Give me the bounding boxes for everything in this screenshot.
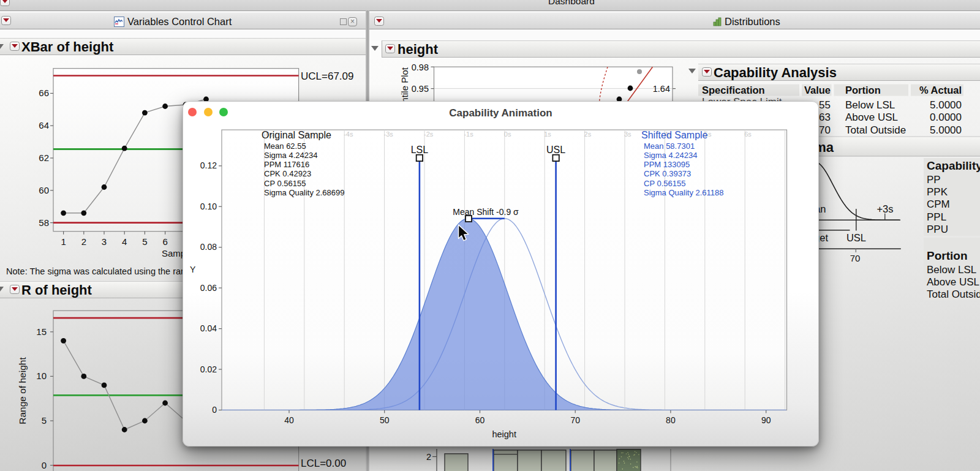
svg-text:Value: Value: [804, 85, 831, 96]
svg-text:62: 62: [39, 153, 49, 163]
svg-text:Capability: Capability: [927, 159, 980, 172]
svg-text:3s: 3s: [624, 130, 631, 138]
svg-text:Mean Shift -0.9 σ: Mean Shift -0.9 σ: [453, 207, 519, 217]
svg-text:CPM: CPM: [927, 198, 950, 210]
svg-text:Specification: Specification: [702, 85, 765, 96]
svg-text:5.0000: 5.0000: [930, 99, 962, 111]
svg-text:Note: The sigma was calculated: Note: The sigma was calculated using the…: [6, 266, 198, 276]
svg-text:+3s: +3s: [876, 203, 893, 214]
svg-text:0s: 0s: [504, 130, 511, 138]
svg-text:Original Sample: Original Sample: [262, 130, 331, 140]
svg-text:Above USL: Above USL: [927, 276, 979, 288]
svg-text:0.08: 0.08: [200, 242, 217, 252]
svg-text:Sigma Quality 2.68699: Sigma Quality 2.68699: [264, 188, 345, 197]
svg-text:50: 50: [380, 415, 390, 425]
svg-text:2s: 2s: [584, 130, 592, 138]
svg-text:CP 0.56155: CP 0.56155: [264, 179, 306, 188]
svg-text:Y: Y: [190, 265, 196, 274]
svg-text:58: 58: [39, 217, 49, 228]
svg-text:64: 64: [39, 120, 49, 130]
svg-text:5: 5: [42, 415, 47, 426]
svg-text:0: 0: [212, 405, 217, 415]
svg-text:PPK: PPK: [927, 186, 948, 198]
svg-text:0.02: 0.02: [200, 364, 217, 374]
svg-text:Total Outside: Total Outside: [927, 288, 980, 300]
svg-text:Below LSL: Below LSL: [927, 264, 976, 276]
svg-text:Portion: Portion: [927, 249, 968, 262]
svg-text:Sigma 4.24234: Sigma 4.24234: [264, 151, 317, 160]
svg-text:CPK 0.42923: CPK 0.42923: [264, 169, 311, 178]
svg-text:-1s: -1s: [464, 130, 473, 138]
svg-text:-2s: -2s: [424, 130, 434, 138]
svg-text:1: 1: [61, 236, 66, 247]
svg-text:80: 80: [666, 415, 676, 425]
svg-text:Mean 58.7301: Mean 58.7301: [644, 141, 695, 151]
svg-text:4: 4: [122, 236, 127, 247]
svg-text:UCL=67.09: UCL=67.09: [301, 70, 353, 82]
svg-text:CPK 0.39373: CPK 0.39373: [644, 169, 691, 178]
svg-text:PPL: PPL: [927, 211, 946, 223]
svg-text:10: 10: [36, 371, 47, 381]
svg-text:USL: USL: [546, 145, 565, 155]
svg-text:Total Outside: Total Outside: [845, 124, 906, 136]
svg-text:0.10: 0.10: [200, 202, 217, 211]
svg-text:6s: 6s: [744, 130, 752, 138]
svg-text:Below LSL: Below LSL: [845, 99, 895, 111]
svg-text:-4s: -4s: [344, 130, 353, 138]
svg-text:3: 3: [102, 236, 107, 247]
svg-text:0.06: 0.06: [200, 283, 217, 293]
svg-text:CP 0.56155: CP 0.56155: [644, 179, 685, 188]
svg-text:60: 60: [39, 185, 49, 195]
svg-text:66: 66: [39, 88, 49, 98]
svg-text:0.04: 0.04: [200, 323, 217, 333]
svg-text:1s: 1s: [544, 130, 551, 138]
svg-text:15: 15: [36, 326, 47, 337]
svg-text:70: 70: [850, 253, 861, 263]
svg-text:Portion: Portion: [845, 85, 881, 96]
svg-text:PP: PP: [927, 174, 941, 186]
svg-text:Sigma 4.24234: Sigma 4.24234: [644, 151, 697, 160]
svg-text:6: 6: [162, 236, 167, 247]
svg-text:Shifted Sample: Shifted Sample: [641, 130, 708, 140]
svg-text:0.12: 0.12: [200, 160, 217, 170]
svg-text:LSL: LSL: [411, 145, 429, 155]
svg-text:70: 70: [819, 124, 831, 136]
svg-text:70: 70: [570, 415, 580, 425]
svg-text:0.95: 0.95: [412, 84, 429, 94]
svg-text:5: 5: [142, 236, 147, 247]
svg-text:2: 2: [81, 236, 86, 247]
svg-text:2: 2: [426, 452, 431, 462]
svg-text:height: height: [492, 429, 516, 439]
svg-text:LCL=0.00: LCL=0.00: [301, 458, 346, 469]
svg-text:40: 40: [284, 415, 294, 425]
svg-text:5.0000: 5.0000: [930, 124, 962, 136]
svg-text:55: 55: [819, 99, 831, 111]
svg-text:USL: USL: [846, 232, 866, 243]
svg-text:Mean 62.55: Mean 62.55: [264, 141, 306, 151]
svg-text:63: 63: [819, 111, 831, 123]
svg-text:0: 0: [42, 460, 47, 470]
svg-text:PPM 133095: PPM 133095: [644, 160, 690, 169]
svg-text:60: 60: [475, 415, 485, 425]
svg-text:0.0000: 0.0000: [930, 111, 962, 123]
svg-text:PPM 117616: PPM 117616: [264, 160, 309, 169]
svg-text:PPU: PPU: [927, 224, 948, 235]
svg-text:% Actual: % Actual: [919, 85, 962, 96]
svg-text:Sigma Quality 2.61188: Sigma Quality 2.61188: [644, 188, 724, 197]
svg-text:0.98: 0.98: [412, 62, 429, 72]
svg-text:90: 90: [761, 415, 771, 425]
svg-text:-3s: -3s: [384, 130, 394, 138]
svg-text:Range of height: Range of height: [17, 357, 28, 424]
svg-text:Above USL: Above USL: [845, 111, 898, 123]
svg-text:1.64: 1.64: [653, 84, 670, 94]
